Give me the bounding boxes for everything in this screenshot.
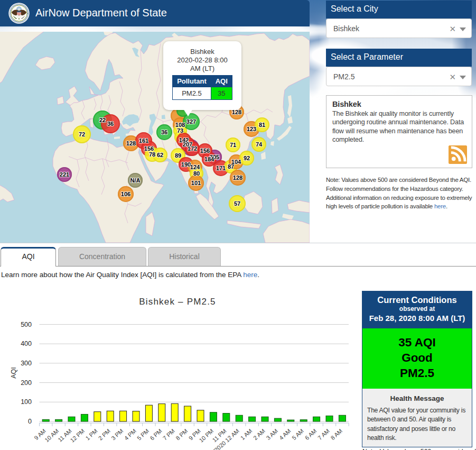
svg-text:3 AM: 3 AM — [265, 428, 279, 442]
svg-text:1 AM: 1 AM — [239, 428, 254, 442]
svg-text:400: 400 — [21, 340, 32, 347]
svg-text:7 PM: 7 PM — [162, 428, 176, 442]
svg-text:6 PM: 6 PM — [149, 428, 163, 442]
svg-text:2 PM: 2 PM — [97, 428, 111, 442]
svg-text:10 PM: 10 PM — [198, 428, 215, 444]
svg-text:Bishkek – PM2.5: Bishkek – PM2.5 — [139, 297, 216, 307]
svg-text:2 AM: 2 AM — [252, 428, 266, 442]
svg-text:300: 300 — [21, 360, 32, 367]
svg-text:500: 500 — [21, 321, 32, 328]
svg-text:8 AM: 8 AM — [330, 428, 344, 442]
svg-text:8 PM: 8 PM — [174, 428, 189, 442]
svg-text:0: 0 — [28, 418, 32, 425]
svg-text:4 AM: 4 AM — [278, 428, 292, 442]
svg-text:12 PM: 12 PM — [69, 428, 86, 444]
svg-text:7 AM: 7 AM — [316, 428, 331, 442]
svg-text:100: 100 — [21, 398, 32, 406]
svg-text:4 PM: 4 PM — [123, 428, 137, 442]
svg-text:3 PM: 3 PM — [110, 428, 124, 442]
svg-text:5 AM: 5 AM — [291, 428, 305, 442]
svg-text:AQI: AQI — [10, 367, 17, 379]
svg-text:10 AM: 10 AM — [43, 428, 60, 444]
svg-text:6 AM: 6 AM — [304, 428, 318, 442]
svg-text:200: 200 — [21, 379, 32, 387]
svg-text:1 PM: 1 PM — [85, 428, 99, 442]
svg-text:5 PM: 5 PM — [136, 428, 150, 442]
